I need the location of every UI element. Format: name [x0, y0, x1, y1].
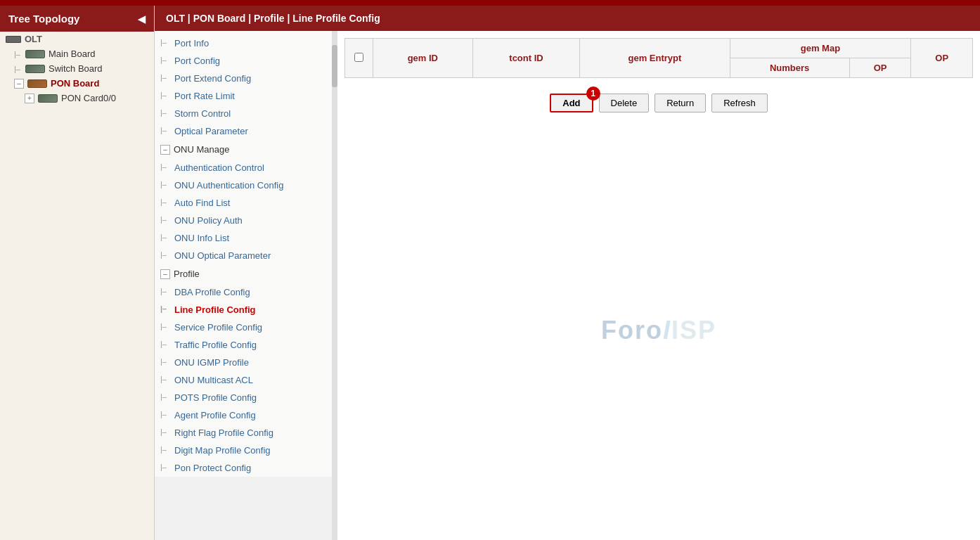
connector-icon: |–	[14, 65, 20, 73]
nav-item-port-config[interactable]: Port Config	[155, 52, 337, 70]
nav-group-onu-label: ONU Manage	[174, 144, 229, 155]
pon-board-icon	[27, 79, 47, 88]
nav-section-onu: – ONU Manage Authentication Control ONU …	[155, 140, 337, 264]
nav-item-onu-info-list[interactable]: ONU Info List	[155, 229, 337, 247]
watermark-text1: Foro	[601, 316, 663, 345]
nav-scrollbar-thumb	[332, 45, 337, 87]
watermark-text2: ISP	[671, 316, 716, 345]
nav-group-profile: – Profile	[155, 264, 337, 283]
nav-item-digit-map-profile[interactable]: Digit Map Profile Config	[155, 442, 337, 459]
gem-id-header: gem ID	[373, 39, 473, 78]
breadcrumb: OLT | PON Board | Profile | Line Profile…	[155, 6, 980, 31]
button-row: Add 1 Delete Return Refresh	[337, 85, 980, 121]
main-board-icon	[25, 50, 45, 58]
switch-board-label: Switch Board	[49, 63, 103, 74]
tree-item-olt[interactable]: OLT	[0, 32, 154, 46]
olt-label: OLT	[25, 34, 42, 44]
expand-onu-icon[interactable]: –	[160, 145, 170, 155]
nav-item-onu-policy-auth[interactable]: ONU Policy Auth	[155, 212, 337, 229]
tree-item-pon-card[interactable]: + PON Card0/0	[0, 91, 154, 105]
connector-icon: |–	[14, 50, 20, 58]
return-button[interactable]: Return	[655, 94, 706, 112]
nav-item-auth-control[interactable]: Authentication Control	[155, 159, 337, 176]
tree-item-switch-board[interactable]: |– Switch Board	[0, 61, 154, 76]
main-board-label: Main Board	[49, 49, 95, 59]
nav-item-onu-auth-config[interactable]: ONU Authentication Config	[155, 176, 337, 194]
expand-icon-card[interactable]: +	[25, 94, 34, 103]
nav-group-profile-label: Profile	[174, 269, 200, 279]
sidebar-header: Tree Topology ◀	[0, 6, 154, 32]
middle-nav-list: Port Info Port Config Port Extend Config…	[155, 31, 337, 477]
pon-board-label: PON Board	[51, 78, 99, 89]
nav-item-onu-multicast[interactable]: ONU Multicast ACL	[155, 371, 337, 389]
expand-icon[interactable]: –	[14, 79, 24, 89]
sidebar-title: Tree Topology	[8, 13, 79, 25]
sidebar: Tree Topology ◀ OLT |– Main Board |– Swi…	[0, 6, 155, 540]
badge-1: 1	[586, 86, 600, 101]
nav-item-port-rate-limit[interactable]: Port Rate Limit	[155, 87, 337, 105]
gem-map-op-header: OP	[849, 58, 911, 78]
nav-item-pon-protect[interactable]: Pon Protect Config	[155, 459, 337, 477]
nav-item-storm-control[interactable]: Storm Control	[155, 105, 337, 122]
nav-item-onu-igmp[interactable]: ONU IGMP Profile	[155, 354, 337, 371]
nav-item-right-flag-profile[interactable]: Right Flag Profile Config	[155, 424, 337, 442]
expand-profile-icon[interactable]: –	[160, 269, 170, 279]
gem-map-numbers-header: Numbers	[730, 58, 849, 78]
nav-item-dba-profile[interactable]: DBA Profile Config	[155, 283, 337, 301]
nav-item-traffic-profile[interactable]: Traffic Profile Config	[155, 336, 337, 354]
content-area: OLT | PON Board | Profile | Line Profile…	[155, 6, 980, 540]
watermark-icon: I	[663, 316, 671, 345]
tree-item-main-board[interactable]: |– Main Board	[0, 46, 154, 61]
checkbox-header	[345, 39, 373, 78]
nav-item-service-profile[interactable]: Service Profile Config	[155, 319, 337, 336]
nav-item-port-info[interactable]: Port Info	[155, 34, 337, 52]
switch-board-icon	[25, 65, 45, 73]
middle-nav: Port Info Port Config Port Extend Config…	[155, 31, 337, 540]
tree-item-pon-board[interactable]: – PON Board	[0, 76, 154, 91]
nav-item-line-profile[interactable]: Line Profile Config	[155, 301, 337, 319]
add-button-wrapper: Add 1	[550, 94, 593, 112]
nav-item-agent-profile[interactable]: Agent Profile Config	[155, 406, 337, 424]
breadcrumb-text: OLT | PON Board | Profile | Line Profile…	[166, 13, 380, 24]
gem-map-header: gem Map	[730, 39, 911, 58]
content-body: Port Info Port Config Port Extend Config…	[155, 31, 980, 540]
watermark: ForoIISP	[337, 121, 980, 540]
pon-card-icon	[38, 94, 58, 103]
nav-item-pots-profile[interactable]: POTS Profile Config	[155, 389, 337, 406]
nav-item-port-extend-config[interactable]: Port Extend Config	[155, 70, 337, 87]
table-container: gem ID tcont ID gem Entrypt gem Map OP N…	[337, 31, 980, 85]
nav-item-auto-find-list[interactable]: Auto Find List	[155, 194, 337, 212]
pon-card-label: PON Card0/0	[61, 93, 116, 103]
nav-section-port: Port Info Port Config Port Extend Config…	[155, 34, 337, 140]
op-header: OP	[911, 39, 973, 78]
sidebar-collapse-icon[interactable]: ◀	[138, 13, 146, 25]
data-table: gem ID tcont ID gem Entrypt gem Map OP N…	[344, 38, 973, 78]
olt-icon	[6, 36, 21, 43]
tcont-id-header: tcont ID	[472, 39, 580, 78]
refresh-button[interactable]: Refresh	[711, 94, 768, 112]
delete-button[interactable]: Delete	[599, 94, 650, 112]
nav-section-profile: – Profile DBA Profile Config Line Profil…	[155, 264, 337, 477]
nav-item-optical-parameter[interactable]: Optical Parameter	[155, 122, 337, 140]
nav-scrollbar[interactable]	[332, 31, 337, 540]
nav-item-onu-optical[interactable]: ONU Optical Parameter	[155, 247, 337, 264]
select-all-checkbox[interactable]	[354, 53, 363, 62]
watermark-text: ForoIISP	[601, 316, 716, 345]
nav-group-onu-manage: – ONU Manage	[155, 140, 337, 159]
right-panel: gem ID tcont ID gem Entrypt gem Map OP N…	[337, 31, 980, 540]
gem-entrypt-header: gem Entrypt	[580, 39, 730, 78]
